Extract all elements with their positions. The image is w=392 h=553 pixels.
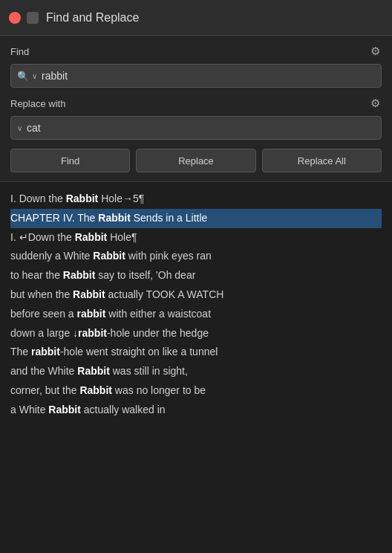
replace-section-header: Replace with ⚙ <box>10 97 382 110</box>
replace-all-button[interactable]: Replace All <box>262 149 382 172</box>
find-section-header: Find ⚙ <box>10 45 382 58</box>
result-line[interactable]: to hear the Rabbit say to itself, 'Oh de… <box>10 266 382 285</box>
find-button[interactable]: Find <box>10 149 130 172</box>
replace-dropdown-arrow[interactable]: ∨ <box>17 124 22 132</box>
find-settings-icon[interactable]: ⚙ <box>368 45 382 58</box>
replace-settings-icon[interactable]: ⚙ <box>368 97 382 110</box>
find-replace-panel: Find ⚙ 🔍 ∨ Replace with ⚙ ∨ Find Replace… <box>0 36 392 182</box>
result-line[interactable]: corner, but the Rabbit was no longer to … <box>10 381 382 401</box>
close-button[interactable] <box>9 12 21 24</box>
result-line[interactable]: suddenly a White Rabbit with pink eyes r… <box>10 247 382 266</box>
find-label: Find <box>10 46 29 57</box>
replace-input-wrapper: ∨ <box>10 116 382 140</box>
find-input[interactable] <box>42 70 375 82</box>
action-buttons: Find Replace Replace All <box>10 149 382 172</box>
result-line[interactable]: down a large ↓rabbit-hole under the hedg… <box>10 324 382 343</box>
result-line[interactable]: and the White Rabbit was still in sight, <box>10 362 382 381</box>
replace-label: Replace with <box>10 98 65 109</box>
result-line[interactable]: I. Down the Rabbit Hole→5¶ <box>10 190 382 209</box>
result-line[interactable]: but when the Rabbit actually TOOK A WATC… <box>10 285 382 305</box>
result-line[interactable]: before seen a rabbit with either a waist… <box>10 305 382 324</box>
results-list: I. Down the Rabbit Hole→5¶CHAPTER IV. Th… <box>0 182 392 553</box>
replace-button[interactable]: Replace <box>136 149 255 172</box>
result-line[interactable]: a White Rabbit actually walked in <box>10 401 382 420</box>
titlebar-controls <box>9 12 39 24</box>
replace-input[interactable] <box>27 122 375 134</box>
window-title: Find and Replace <box>46 11 139 25</box>
result-line[interactable]: The rabbit-hole went straight on like a … <box>10 343 382 362</box>
pause-button[interactable] <box>27 12 39 24</box>
find-input-wrapper: 🔍 ∨ <box>10 64 382 88</box>
titlebar: Find and Replace <box>0 0 392 36</box>
result-line[interactable]: CHAPTER IV. The Rabbit Sends in a Little <box>10 209 382 228</box>
result-line[interactable]: I. ↵Down the Rabbit Hole¶ <box>10 228 382 248</box>
find-dropdown-arrow[interactable]: ∨ <box>32 72 37 80</box>
search-icon: 🔍 <box>17 71 29 82</box>
